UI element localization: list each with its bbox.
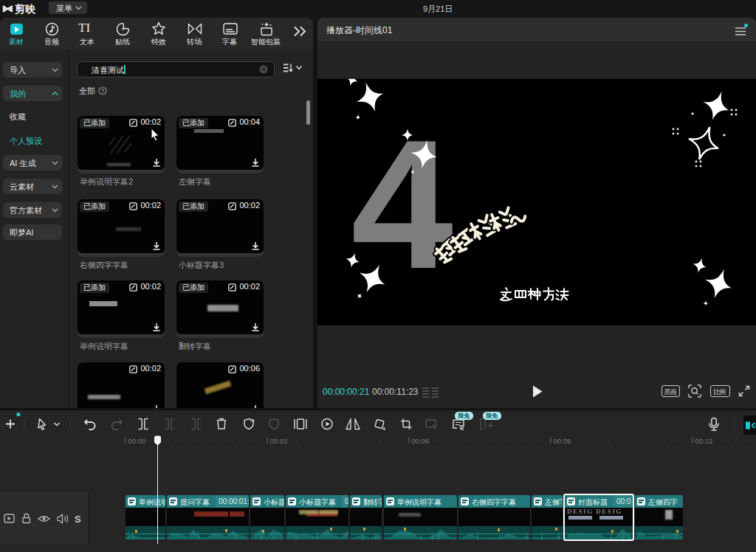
svg-text:00:09: 00:09	[554, 437, 571, 445]
svg-text:00:00: 00:00	[128, 437, 146, 445]
svg-text:S: S	[75, 514, 81, 525]
svg-text:00:06: 00:06	[412, 437, 430, 445]
svg-text:00:12: 00:12	[695, 437, 713, 445]
svg-text:00:03: 00:03	[270, 437, 288, 445]
